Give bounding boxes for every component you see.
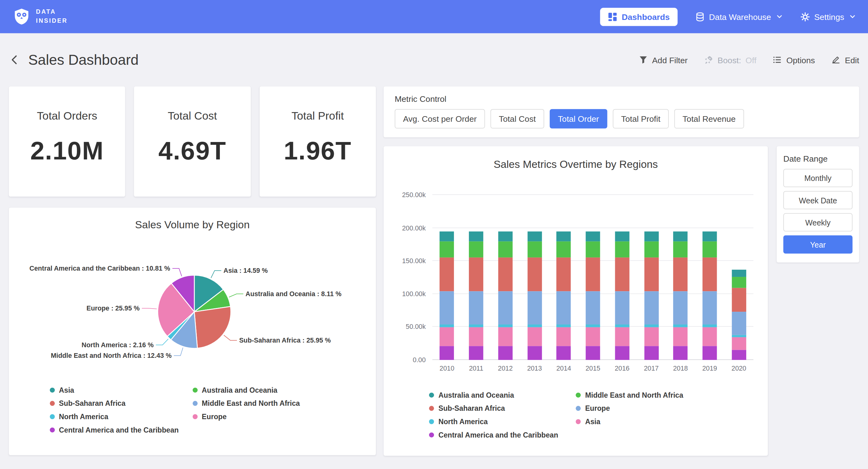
bar-segment-australia-and-oceania — [702, 231, 717, 242]
bar-segment-north-america — [674, 324, 688, 327]
right-column: Metric Control Avg. Cost per OrderTotal … — [383, 86, 859, 456]
bar-column-2010[interactable] — [432, 195, 462, 360]
page-body: Sales Dashboard Add FilterBoost:OffOptio… — [0, 33, 868, 456]
bar-column-2019[interactable] — [695, 195, 724, 360]
bar-segment-australia-and-oceania — [527, 231, 542, 242]
legend-item-australia-and-oceania[interactable]: Australia and Oceania — [192, 386, 335, 394]
nav-data-warehouse[interactable]: Data Warehouse — [695, 12, 783, 21]
action-options[interactable]: Options — [773, 55, 815, 64]
metric-control-card: Metric Control Avg. Cost per OrderTotal … — [383, 86, 859, 137]
app-logo[interactable]: DATA INSIDER — [12, 7, 67, 26]
legend-label: Asia — [585, 418, 600, 426]
action-label: Edit — [845, 55, 859, 64]
bar-segment-central-america-and-the-caribbean — [527, 346, 542, 360]
logo-line1: DATA — [36, 8, 68, 17]
bar-segment-australia-and-oceania — [586, 231, 600, 242]
bar-column-2015[interactable] — [579, 195, 608, 360]
x-axis-label: 2014 — [549, 364, 579, 372]
gear-icon — [801, 12, 810, 21]
bar-column-2014[interactable] — [549, 195, 579, 360]
action-add-filter[interactable]: Add Filter — [639, 55, 688, 64]
legend-item-sub-saharan-africa[interactable]: Sub-Saharan Africa — [429, 404, 576, 413]
bar-segment-sub-saharan-africa — [527, 258, 542, 291]
bar-segment-north-america — [615, 324, 629, 327]
y-axis-tick: 250.00k — [386, 191, 426, 199]
bar-column-2013[interactable] — [520, 195, 549, 360]
legend-dot — [429, 419, 434, 424]
bar-chart-title: Sales Metrics Overtime by Regions — [383, 158, 768, 171]
date-range-card: Date Range MonthlyWeek DateWeeklyYear — [777, 146, 859, 262]
bar-segment-australia-and-oceania — [674, 231, 688, 242]
legend-item-australia-and-oceania[interactable]: Australia and Oceania — [429, 391, 576, 399]
x-axis-label: 2012 — [491, 364, 520, 372]
pie-label-line — [156, 339, 168, 345]
app-root: DATA INSIDER DashboardsData WarehouseSet… — [0, 0, 868, 469]
legend-item-central-america-and-the-caribbean[interactable]: Central America and the Caribbean — [50, 426, 192, 434]
bar-stack — [674, 195, 688, 360]
bar-segment-middle-east-and-north-africa — [469, 242, 483, 258]
legend-item-asia[interactable]: Asia — [576, 418, 722, 426]
metric-option-avg-cost-per-order[interactable]: Avg. Cost per Order — [395, 109, 485, 128]
bar-segment-north-america — [527, 324, 542, 327]
bar-column-2012[interactable] — [491, 195, 520, 360]
nav-dashboards[interactable]: Dashboards — [600, 7, 678, 26]
x-axis-label: 2020 — [724, 364, 753, 372]
metric-option-total-order[interactable]: Total Order — [550, 109, 607, 128]
action-edit[interactable]: Edit — [832, 55, 859, 64]
legend-item-middle-east-and-north-africa[interactable]: Middle East and North Africa — [192, 399, 335, 408]
legend-item-asia[interactable]: Asia — [50, 386, 192, 394]
bar-column-2016[interactable] — [608, 195, 637, 360]
pie-chart-legend: AsiaAustralia and OceaniaSub-Saharan Afr… — [9, 386, 376, 434]
bar-segment-australia-and-oceania — [469, 231, 483, 242]
nav-label: Settings — [814, 12, 844, 21]
metric-option-total-revenue[interactable]: Total Revenue — [674, 109, 744, 128]
bar-segment-sub-saharan-africa — [440, 258, 454, 291]
bar-segment-europe — [644, 291, 658, 324]
kpi-card-total-cost: Total Cost4.69T — [134, 86, 251, 197]
pie-slice-sub-saharan-africa[interactable] — [194, 306, 231, 348]
topbar: DATA INSIDER DashboardsData WarehouseSet… — [0, 0, 868, 33]
action-value: Off — [746, 55, 756, 64]
date-option-year[interactable]: Year — [783, 235, 852, 254]
bar-segment-asia — [557, 327, 571, 346]
date-option-week-date[interactable]: Week Date — [783, 191, 852, 209]
bar-column-2020[interactable] — [724, 195, 753, 360]
bar-segment-sub-saharan-africa — [586, 258, 600, 291]
bar-column-2011[interactable] — [461, 195, 491, 360]
bar-segment-middle-east-and-north-africa — [586, 242, 600, 258]
bar-stack — [732, 195, 746, 360]
back-button[interactable] — [9, 54, 20, 65]
action-boost[interactable]: Boost:Off — [704, 55, 756, 64]
bar-chart-legend: Australia and OceaniaMiddle East and Nor… — [383, 391, 768, 439]
legend-item-middle-east-and-north-africa[interactable]: Middle East and North Africa — [576, 391, 722, 399]
legend-item-central-america-and-the-caribbean[interactable]: Central America and the Caribbean — [429, 431, 576, 439]
bar-segment-asia — [440, 327, 454, 346]
legend-label: Sub-Saharan Africa — [59, 399, 125, 408]
kpi-label: Total Orders — [9, 110, 125, 122]
legend-item-europe[interactable]: Europe — [192, 413, 335, 421]
pie-slice-label: Central America and the Caribbean : 10.8… — [30, 265, 170, 272]
bar-column-2017[interactable] — [637, 195, 666, 360]
x-axis-label: 2015 — [579, 364, 608, 372]
x-axis-label: 2013 — [520, 364, 549, 372]
metric-option-total-profit[interactable]: Total Profit — [613, 109, 669, 128]
date-option-monthly[interactable]: Monthly — [783, 169, 852, 187]
bar-segment-sub-saharan-africa — [498, 258, 513, 291]
legend-item-north-america[interactable]: North America — [429, 418, 576, 426]
x-axis-label: 2010 — [432, 364, 462, 372]
top-nav: DashboardsData WarehouseSettings — [600, 7, 856, 26]
bar-segment-europe — [732, 312, 746, 335]
bar-segment-central-america-and-the-caribbean — [674, 346, 688, 360]
x-axis-label: 2017 — [637, 364, 666, 372]
date-option-weekly[interactable]: Weekly — [783, 213, 852, 232]
nav-settings[interactable]: Settings — [801, 12, 856, 21]
legend-item-europe[interactable]: Europe — [576, 404, 722, 413]
bar-column-2018[interactable] — [666, 195, 695, 360]
bar-segment-europe — [557, 291, 571, 324]
bar-segment-europe — [702, 291, 717, 324]
metric-option-total-cost[interactable]: Total Cost — [491, 109, 544, 128]
legend-item-sub-saharan-africa[interactable]: Sub-Saharan Africa — [50, 399, 192, 408]
legend-item-north-america[interactable]: North America — [50, 413, 192, 421]
logo-line2: INSIDER — [36, 17, 68, 25]
pie-label-line — [174, 348, 183, 356]
